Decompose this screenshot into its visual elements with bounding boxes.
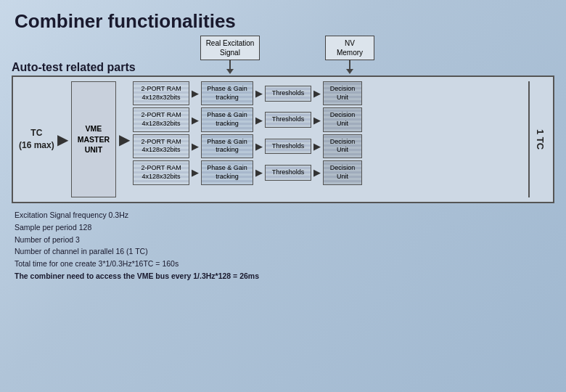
main-container: TC (16 max) ▶ VMEMASTERUNIT ▶ 2-PORT RAM… (12, 75, 554, 203)
subtitle: Auto-test related parts (12, 61, 164, 74)
vme-master-unit: VMEMASTERUNIT (71, 81, 116, 197)
note-5: Total time for one create 3*1/0.3Hz*16TC… (15, 258, 551, 270)
phase-box-3: Phase & Gaintracking (201, 134, 253, 158)
row-3: 2-PORT RAM4x128x32bits ▶ Phase & Gaintra… (133, 134, 525, 158)
ram-box-2: 2-PORT RAM4x128x32bits (133, 107, 189, 131)
ram-box-4: 2-PORT RAM4x128x32bits (133, 160, 189, 184)
note-2: Sample per period 128 (15, 221, 551, 234)
decision-box-2: DecisionUnit (323, 107, 362, 131)
note-3: Number of period 3 (15, 234, 551, 246)
real-excitation-signal-label: Real Excitation Signal (200, 36, 260, 60)
row-2: 2-PORT RAM4x128x32bits ▶ Phase & Gaintra… (133, 107, 525, 131)
rows-container: 2-PORT RAM4x128x32bits ▶ Phase & Gaintra… (133, 81, 525, 197)
note-6: The combiner need to access the VME bus … (15, 270, 551, 282)
tc-arrow-right: ▶ (57, 81, 68, 197)
thresh-box-3: Thresholds (265, 139, 311, 155)
decision-box-4: DecisionUnit (323, 160, 362, 184)
ram-box-1: 2-PORT RAM4x128x32bits (133, 81, 189, 105)
thresh-box-2: Thresholds (265, 112, 311, 128)
nv-memory-label: NV Memory (325, 36, 374, 60)
one-tc-label: 1 TC (528, 81, 547, 197)
ram-box-3: 2-PORT RAM4x128x32bits (133, 134, 189, 158)
decision-box-1: DecisionUnit (323, 81, 362, 105)
row-1: 2-PORT RAM4x128x32bits ▶ Phase & Gaintra… (133, 81, 525, 105)
notes-section: Excitation Signal frequency 0.3Hz Sample… (0, 203, 566, 285)
phase-box-4: Phase & Gaintracking (201, 160, 253, 184)
thresh-box-1: Thresholds (265, 86, 311, 102)
decision-box-3: DecisionUnit (323, 134, 362, 158)
note-4: Number of channel in parallel 16 (1 TC) (15, 245, 551, 258)
thresh-box-4: Thresholds (265, 165, 311, 181)
row-4: 2-PORT RAM4x128x32bits ▶ Phase & Gaintra… (133, 160, 525, 184)
phase-box-1: Phase & Gaintracking (201, 81, 253, 105)
tc-label: TC (16 max) (19, 81, 54, 197)
note-1: Excitation Signal frequency 0.3Hz (15, 209, 551, 221)
phase-box-2: Phase & Gaintracking (201, 107, 253, 131)
page-title: Combiner functionalities (0, 0, 566, 36)
